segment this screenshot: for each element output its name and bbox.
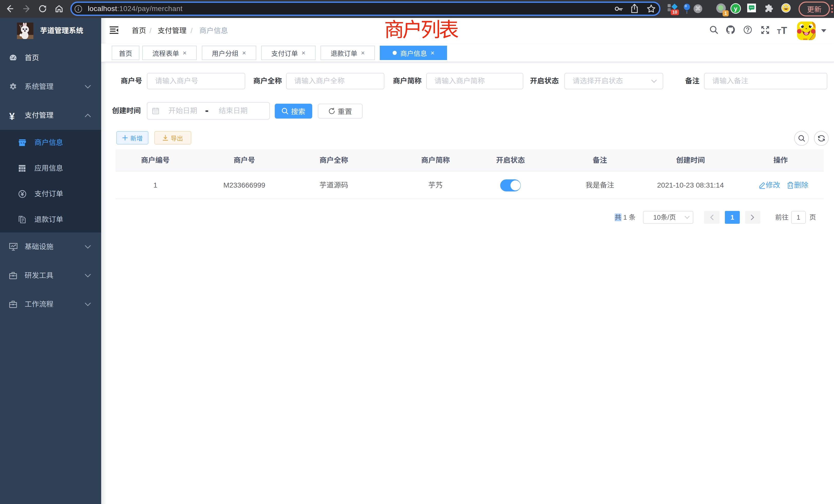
svg-text:y: y — [734, 5, 738, 12]
svg-text:⌘: ⌘ — [695, 5, 701, 12]
